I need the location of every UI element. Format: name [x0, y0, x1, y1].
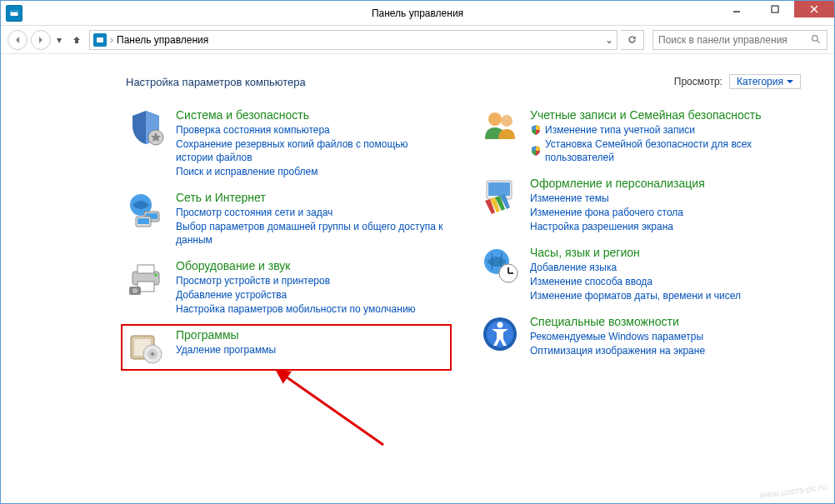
- task-link[interactable]: Добавление устройства: [176, 288, 416, 302]
- uac-shield-icon: [530, 124, 542, 136]
- forward-button[interactable]: [31, 30, 51, 50]
- svg-point-20: [132, 288, 138, 293]
- category-title[interactable]: Часы, язык и регион: [530, 245, 741, 260]
- category-clock-language: Часы, язык и регион Добавление языка Изм…: [480, 245, 801, 302]
- svg-rect-29: [488, 182, 510, 196]
- ease-of-access-icon: [480, 314, 520, 354]
- page-title: Настройка параметров компьютера: [126, 76, 306, 88]
- task-link[interactable]: Изменение способа ввода: [530, 275, 741, 288]
- task-link[interactable]: Изменение фона рабочего стола: [530, 206, 705, 219]
- refresh-button[interactable]: [621, 30, 644, 50]
- svg-point-36: [498, 322, 503, 328]
- category-title[interactable]: Система и безопасность: [176, 107, 447, 122]
- viewby-value: Категория: [737, 76, 783, 87]
- task-link[interactable]: Настройка параметров мобильности по умол…: [176, 302, 416, 316]
- svg-point-25: [151, 352, 154, 356]
- category-title[interactable]: Оформление и персонализация: [530, 176, 705, 191]
- search-input[interactable]: [658, 34, 811, 46]
- task-link[interactable]: Добавление языка: [530, 261, 741, 274]
- category-programs: Программы Удаление программы: [121, 324, 452, 371]
- category-system-security: Система и безопасность Проверка состояни…: [126, 107, 447, 178]
- shield-icon: [126, 107, 166, 147]
- task-link[interactable]: Выбор параметров домашней группы и общег…: [176, 220, 447, 247]
- task-link[interactable]: Удаление программы: [176, 343, 276, 357]
- address-bar[interactable]: › Панель управления ⌄: [89, 30, 618, 50]
- svg-rect-3: [772, 6, 778, 12]
- category-hardware-sound: Оборудование и звук Просмотр устройств и…: [126, 258, 447, 316]
- svg-point-27: [501, 115, 512, 127]
- back-button[interactable]: [8, 30, 28, 50]
- category-user-accounts: Учетные записи и Семейная безопасность И…: [480, 107, 801, 164]
- task-link[interactable]: Оптимизация изображения на экране: [530, 344, 705, 357]
- task-link[interactable]: Изменение форматов даты, времени и чисел: [530, 289, 741, 302]
- category-appearance: Оформление и персонализация Изменение те…: [480, 176, 801, 233]
- appearance-icon: [480, 176, 520, 216]
- svg-rect-6: [97, 37, 103, 42]
- task-link[interactable]: Рекомендуемые Windows параметры: [530, 330, 705, 343]
- control-panel-icon: [93, 33, 107, 47]
- right-column: Учетные записи и Семейная безопасность И…: [480, 107, 801, 367]
- programs-icon: [126, 327, 166, 367]
- category-title[interactable]: Учетные записи и Семейная безопасность: [530, 107, 801, 122]
- category-network: Сеть и Интернет Просмотр состояния сети …: [126, 190, 447, 247]
- window-title: Панель управления: [1, 7, 834, 19]
- svg-point-26: [488, 112, 502, 126]
- category-title[interactable]: Сеть и Интернет: [176, 190, 447, 205]
- svg-rect-1: [11, 10, 18, 12]
- task-link[interactable]: Поиск и исправление проблем: [176, 165, 447, 178]
- task-link[interactable]: Просмотр состояния сети и задач: [176, 206, 447, 219]
- search-box[interactable]: [652, 30, 828, 50]
- uac-shield-icon: [530, 145, 542, 157]
- user-accounts-icon: [480, 107, 520, 147]
- globe-network-icon: [126, 190, 166, 230]
- maximize-button[interactable]: [756, 1, 794, 17]
- svg-point-7: [812, 36, 818, 42]
- svg-rect-16: [138, 265, 154, 273]
- chevron-down-icon: [787, 78, 793, 85]
- category-ease-of-access: Специальные возможности Рекомендуемые Wi…: [480, 314, 801, 357]
- minimize-button[interactable]: [718, 1, 756, 17]
- viewby-label: Просмотр:: [674, 76, 722, 87]
- svg-point-18: [154, 273, 158, 277]
- viewby-select[interactable]: Категория: [729, 74, 801, 89]
- task-link[interactable]: Настройка разрешения экрана: [530, 220, 705, 233]
- address-dropdown[interactable]: ⌄: [605, 34, 613, 46]
- task-link[interactable]: Изменение темы: [530, 192, 705, 205]
- left-column: Система и безопасность Проверка состояни…: [126, 107, 447, 367]
- task-link[interactable]: Изменение типа учетной записи: [545, 123, 695, 137]
- search-icon: [811, 34, 822, 45]
- breadcrumb[interactable]: Панель управления: [117, 34, 208, 46]
- task-link[interactable]: Просмотр устройств и принтеров: [176, 274, 416, 287]
- chevron-right-icon: ›: [110, 34, 113, 46]
- close-button[interactable]: [794, 1, 834, 17]
- category-title[interactable]: Оборудование и звук: [176, 258, 416, 273]
- category-title[interactable]: Программы: [176, 327, 276, 342]
- content-area: Настройка параметров компьютера Просмотр…: [1, 54, 834, 503]
- task-link[interactable]: Установка Семейной безопасности для всех…: [545, 137, 801, 164]
- clock-globe-icon: [480, 245, 520, 285]
- history-dropdown[interactable]: ▾: [54, 34, 64, 46]
- up-button[interactable]: [68, 31, 86, 49]
- category-title[interactable]: Специальные возможности: [530, 314, 705, 329]
- printer-icon: [126, 258, 166, 298]
- control-panel-sysicon: [6, 5, 22, 22]
- svg-line-8: [817, 40, 819, 42]
- task-link[interactable]: Сохранение резервных копий файлов с помо…: [176, 137, 447, 164]
- nav-toolbar: ▾ › Панель управления ⌄: [1, 26, 834, 54]
- svg-rect-14: [138, 218, 149, 224]
- titlebar: Панель управления: [1, 1, 834, 26]
- task-link[interactable]: Проверка состояния компьютера: [176, 123, 447, 137]
